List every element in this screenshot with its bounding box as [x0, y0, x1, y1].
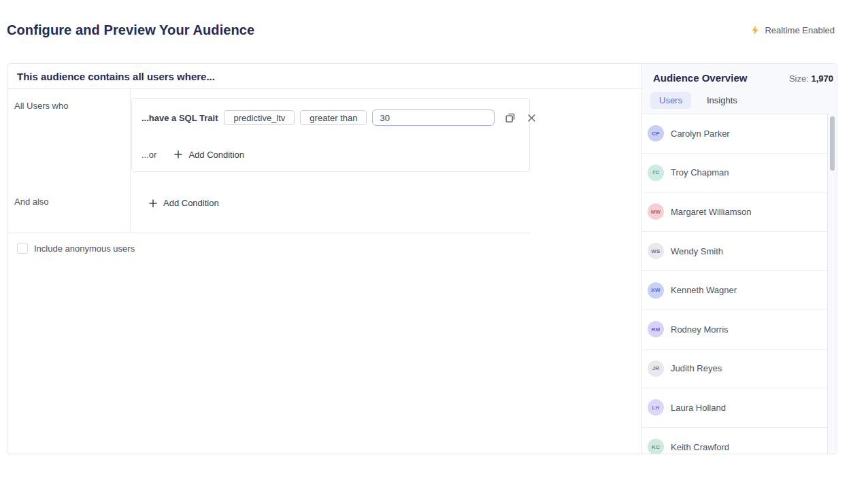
avatar: WS	[648, 243, 664, 259]
avatar: KC	[648, 439, 664, 454]
overview-scrollbar[interactable]	[830, 116, 835, 171]
close-icon	[527, 114, 536, 122]
duplicate-condition-button[interactable]	[503, 110, 518, 125]
user-name: Rodney Morris	[671, 324, 729, 335]
condition-group: ...have a SQL Trait predictive_ltv great…	[131, 98, 530, 172]
trait-select-chip[interactable]: predictive_ltv	[224, 110, 295, 125]
user-name: Laura Holland	[671, 403, 726, 413]
audience-overview-panel: Audience Overview Size: 1,970 Users Insi…	[641, 64, 837, 454]
user-list-item[interactable]: KW Kenneth Wagner	[642, 271, 827, 310]
tab-users[interactable]: Users	[650, 92, 691, 109]
realtime-badge: Realtime Enabled	[750, 25, 835, 35]
user-list-item[interactable]: CP Carolyn Parker	[642, 114, 827, 154]
include-anonymous-row: Include anonymous users	[17, 243, 135, 254]
add-condition-label: Add Condition	[188, 150, 244, 160]
tab-insights[interactable]: Insights	[698, 92, 746, 109]
avatar: RM	[648, 321, 664, 337]
user-name: Kenneth Wagner	[671, 285, 737, 295]
and-also-label: And also	[14, 197, 49, 207]
plus-icon	[149, 199, 157, 207]
include-anonymous-checkbox[interactable]	[17, 243, 28, 254]
audience-config-panel: This audience contains all users where..…	[7, 63, 837, 454]
size-label: Size:	[789, 73, 809, 84]
user-list-item[interactable]: LH Laura Holland	[642, 388, 827, 428]
user-list-item[interactable]: RM Rodney Morris	[642, 310, 827, 350]
include-anonymous-label: Include anonymous users	[34, 243, 135, 254]
add-or-condition-button[interactable]: Add Condition	[174, 150, 244, 160]
user-name: Judith Reyes	[671, 363, 722, 373]
overview-title: Audience Overview	[653, 72, 747, 84]
remove-condition-button[interactable]	[526, 112, 537, 124]
or-row: ...or Add Condition	[141, 146, 521, 163]
plus-icon	[174, 150, 182, 158]
vertical-divider	[130, 89, 131, 233]
audience-size: Size: 1,970	[789, 73, 833, 84]
overview-tabs: Users Insights	[650, 92, 746, 109]
user-list-item[interactable]: WS Wendy Smith	[642, 232, 827, 271]
topbar: Configure and Preview Your Audience Real…	[7, 22, 835, 38]
size-value: 1,970	[811, 73, 833, 84]
user-name: Keith Crawford	[671, 442, 729, 452]
overview-header: Audience Overview Size: 1,970	[653, 72, 833, 84]
all-users-label: All Users who	[14, 101, 68, 111]
condition-row: ...have a SQL Trait predictive_ltv great…	[141, 109, 521, 127]
avatar: LH	[648, 399, 664, 416]
avatar: CP	[648, 125, 664, 141]
condition-builder: This audience contains all users where..…	[7, 64, 641, 454]
avatar: MW	[648, 203, 664, 220]
condition-prefix-label: ...have a SQL Trait	[141, 113, 218, 123]
or-label: ...or	[141, 150, 156, 160]
operator-select-chip[interactable]: greater than	[300, 110, 367, 125]
duplicate-icon	[504, 112, 516, 124]
add-condition-label: Add Condition	[163, 198, 219, 208]
add-and-condition-button[interactable]: Add Condition	[149, 198, 219, 208]
builder-body: All Users who ...have a SQL Trait predic…	[7, 89, 641, 454]
user-name: Carolyn Parker	[671, 129, 730, 139]
realtime-label: Realtime Enabled	[765, 25, 835, 35]
horizontal-divider	[7, 233, 530, 233]
avatar: JR	[648, 360, 664, 377]
user-list-item[interactable]: MW Margaret Williamson	[642, 192, 827, 232]
user-name: Troy Chapman	[671, 167, 729, 178]
user-list-item[interactable]: TC Troy Chapman	[642, 154, 827, 193]
avatar: KW	[648, 282, 664, 299]
user-list: CP Carolyn Parker TC Troy Chapman MW Mar…	[642, 114, 828, 454]
user-list-item[interactable]: JR Judith Reyes	[642, 350, 827, 389]
page-title: Configure and Preview Your Audience	[7, 22, 254, 38]
avatar: TC	[648, 165, 664, 181]
condition-value-input[interactable]	[372, 109, 495, 126]
user-name: Wendy Smith	[671, 246, 723, 256]
user-name: Margaret Williamson	[671, 207, 751, 217]
builder-header: This audience contains all users where..…	[7, 64, 641, 89]
lightning-icon	[750, 25, 760, 35]
user-list-item[interactable]: KC Keith Crawford	[642, 428, 827, 454]
